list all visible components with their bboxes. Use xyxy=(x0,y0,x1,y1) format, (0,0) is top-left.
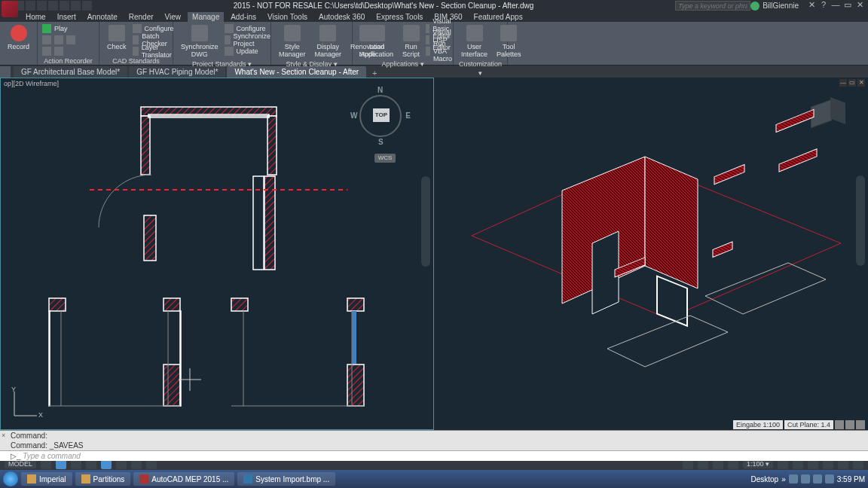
svg-rect-14 xyxy=(180,311,181,406)
panel-action-recorder[interactable]: Action Recorder ▾ xyxy=(42,56,94,66)
viewport-2d[interactable]: op][2D Wireframe] N S E W TOP WCS xyxy=(0,78,434,430)
taskbar-item-0[interactable]: Imperial xyxy=(21,472,72,486)
cut-plane-field[interactable]: Cut Plane: 1.4 xyxy=(784,420,833,429)
check-button[interactable]: Check xyxy=(104,23,130,56)
image-icon xyxy=(243,474,252,483)
action-icon-3[interactable] xyxy=(66,35,75,44)
taskbar-item-3[interactable]: System Import.bmp ... xyxy=(237,472,335,486)
action-icon-2[interactable] xyxy=(54,35,63,44)
svg-rect-4 xyxy=(267,116,277,175)
display-manager-button[interactable]: Display Manager xyxy=(312,23,345,59)
maximize-button[interactable]: ▭ xyxy=(842,1,853,11)
close-button[interactable]: ✕ xyxy=(854,1,865,11)
drawing-2d xyxy=(1,78,433,429)
svg-rect-18 xyxy=(231,298,248,311)
tab-express[interactable]: Express Tools xyxy=(371,12,427,22)
desktop-label[interactable]: Desktop xyxy=(751,475,779,483)
tray-icon-3[interactable] xyxy=(813,474,822,483)
clock[interactable]: 3:59 PM xyxy=(837,475,865,483)
user-name: BillGiennie xyxy=(763,2,799,10)
window-title: 2015 - NOT FOR RESALE C:\Users\td\Deskto… xyxy=(92,2,675,10)
exchange-icon[interactable]: ✕ xyxy=(806,1,817,11)
qat-saveas-icon[interactable] xyxy=(37,1,47,11)
svg-marker-41 xyxy=(607,316,728,367)
svg-rect-10 xyxy=(49,298,66,311)
minimize-button[interactable]: — xyxy=(830,1,841,11)
tab-home[interactable]: Home xyxy=(21,12,50,22)
style-manager-button[interactable]: Style Manager xyxy=(276,23,309,59)
tab-manage[interactable]: Manage xyxy=(188,12,224,22)
tab-annotate[interactable]: Annotate xyxy=(83,12,122,22)
sync-project-button[interactable]: Synchronize Project xyxy=(225,35,274,45)
cmd-close-icon[interactable]: × xyxy=(2,432,5,439)
tab-insert[interactable]: Insert xyxy=(53,12,81,22)
qat-redo-icon[interactable] xyxy=(71,1,81,11)
tool-palettes-button[interactable]: Tool Palettes xyxy=(494,23,524,59)
drawing-3d xyxy=(434,78,868,430)
svg-rect-11 xyxy=(164,298,180,311)
update-button[interactable]: Update xyxy=(225,46,274,56)
svg-rect-39 xyxy=(714,165,744,185)
viewport-3d[interactable]: — ▭ ✕ xyxy=(434,78,868,430)
dwg-tab-0[interactable]: GF Architectural Base Model* xyxy=(14,66,127,78)
action-icon-5[interactable] xyxy=(54,47,63,56)
tab-view[interactable]: View xyxy=(160,12,186,22)
start-button[interactable] xyxy=(3,471,18,486)
svg-rect-24 xyxy=(352,311,356,364)
dwg-tab-1[interactable]: GF HVAC Piping Model* xyxy=(129,66,225,78)
action-icon-1[interactable] xyxy=(42,35,51,44)
qat-plot-icon[interactable] xyxy=(48,1,58,11)
tray-icon-4[interactable] xyxy=(825,474,834,483)
svg-rect-3 xyxy=(141,116,150,175)
svg-rect-20 xyxy=(347,364,364,406)
run-script-button[interactable]: Run Script xyxy=(399,23,423,59)
svg-rect-6 xyxy=(144,215,156,261)
vp-opt-icon-1[interactable] xyxy=(835,420,844,429)
command-window[interactable]: × Command: Command: _SAVEAS ▷_ Type a co… xyxy=(0,430,868,457)
vba-button[interactable]: Run VBA Macro xyxy=(426,46,457,56)
sync-dwg-button[interactable]: Synchronize DWG xyxy=(178,23,222,59)
svg-rect-40 xyxy=(779,149,817,172)
tray-chevron-icon[interactable]: » xyxy=(781,475,786,483)
load-application-button[interactable]: Load Application xyxy=(357,23,396,59)
user-account[interactable]: BillGiennie xyxy=(750,2,799,11)
viewport-area: op][2D Wireframe] N S E W TOP WCS xyxy=(0,78,868,430)
svg-rect-44 xyxy=(776,109,814,132)
app-logo[interactable] xyxy=(2,1,18,17)
svg-text:Y: Y xyxy=(11,386,16,393)
tab-featured[interactable]: Featured Apps xyxy=(469,12,527,22)
action-icon-4[interactable] xyxy=(42,47,51,56)
tab-render[interactable]: Render xyxy=(124,12,158,22)
panel-customization[interactable]: Customization ▾ xyxy=(458,59,503,69)
taskbar-item-1[interactable]: Partitions xyxy=(75,472,131,486)
tab-vision[interactable]: Vision Tools xyxy=(263,12,312,22)
tab-addins[interactable]: Add-ins xyxy=(226,12,261,22)
folder-icon xyxy=(27,474,36,483)
view-scale-field[interactable]: Eingabe 1:100 xyxy=(733,420,783,429)
taskbar-item-2[interactable]: AutoCAD MEP 2015 ... xyxy=(133,472,234,486)
dwg-tab-2[interactable]: What's New - Section Cleanup - After xyxy=(227,66,366,78)
vp-opt-icon-3[interactable] xyxy=(856,420,865,429)
play-button[interactable]: Play xyxy=(42,23,75,34)
qat-more-icon[interactable] xyxy=(82,1,92,11)
ribbon-body: Record Play Action Recorder ▾ Check Conf… xyxy=(0,22,868,66)
svg-marker-38 xyxy=(705,263,826,314)
tray-icon-2[interactable] xyxy=(801,474,810,483)
tray-icon-1[interactable] xyxy=(789,474,798,483)
svg-rect-43 xyxy=(713,242,732,258)
help-icon[interactable]: ? xyxy=(818,1,829,11)
qat-undo-icon[interactable] xyxy=(60,1,69,11)
record-button[interactable]: Record xyxy=(5,23,32,52)
add-drawing-tab[interactable]: + xyxy=(368,69,381,78)
panel-applications[interactable]: Applications ▾ xyxy=(357,59,448,69)
layer-translator-button[interactable]: Layer Translator xyxy=(133,46,175,56)
qat-save-icon[interactable] xyxy=(26,1,35,11)
user-interface-button[interactable]: User Interface xyxy=(458,23,491,59)
svg-text:X: X xyxy=(38,411,43,419)
svg-rect-19 xyxy=(347,298,364,311)
title-bar: 2015 - NOT FOR RESALE C:\Users\td\Deskto… xyxy=(0,0,868,11)
cmd-input: ▷_ Type a command xyxy=(0,450,868,461)
tab-a360[interactable]: Autodesk 360 xyxy=(314,12,369,22)
help-search-input[interactable] xyxy=(675,1,750,11)
vp-opt-icon-2[interactable] xyxy=(845,420,854,429)
